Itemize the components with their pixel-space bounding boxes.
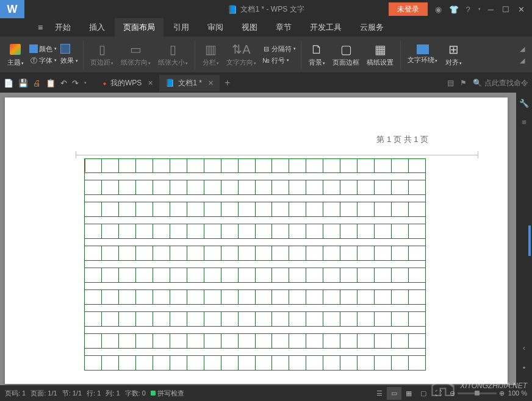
help-icon[interactable]: ? <box>464 4 473 15</box>
menu-page-layout[interactable]: 页面布局 <box>115 18 164 37</box>
tab-doc1[interactable]: 📘 文档1 * ✕ <box>159 75 220 91</box>
qat-undo[interactable]: ↶ <box>60 79 67 88</box>
menu-cloud[interactable]: 云服务 <box>351 18 392 37</box>
view-web[interactable]: ▦ <box>401 387 416 400</box>
grid-cell <box>375 224 392 238</box>
new-tab-button[interactable]: + <box>220 77 235 88</box>
skin-icon[interactable]: 👕 <box>447 4 461 15</box>
grid-cell <box>136 290 153 304</box>
tab-close-wps[interactable]: ✕ <box>148 79 153 87</box>
effect-button[interactable]: 效果▾ <box>60 56 78 65</box>
ribbon: 主题▾ 颜色▾ Ⓣ字体▾ 效果▾ ▯ 页边距▾ ▭ 纸张方向▾ ▯ 纸张大小▾ … <box>0 37 532 73</box>
sync-icon[interactable]: ◉ <box>433 4 444 15</box>
tab-my-wps[interactable]: ⬥ 我的WPS ✕ <box>96 75 159 91</box>
login-button[interactable]: 未登录 <box>389 2 428 16</box>
sp-up-icon[interactable]: ‹ <box>520 341 528 355</box>
help-dropdown[interactable]: ▾ <box>476 5 483 13</box>
view-outline[interactable]: ☰ <box>372 387 387 400</box>
grid-cell <box>340 180 358 194</box>
align-button[interactable]: ⊞ 对齐▾ <box>443 42 464 67</box>
menu-review[interactable]: 审阅 <box>199 18 232 37</box>
grid-cell <box>221 356 239 370</box>
tab-flag-icon[interactable]: ⚑ <box>460 79 467 87</box>
qat-redo[interactable]: ↷ <box>72 79 79 88</box>
menu-chapter[interactable]: 章节 <box>267 18 300 37</box>
content-area: 第 1 页 共 1 页 🔧 ≡ ‹ • › <box>0 93 532 385</box>
manuscript-grid <box>84 158 426 371</box>
manuscript-button[interactable]: ▦ 稿纸设置 <box>365 42 395 67</box>
grid-cell <box>323 334 340 348</box>
papersize-button[interactable]: ▯ 纸张大小▾ <box>156 42 190 67</box>
margin-button[interactable]: ▯ 页边距▾ <box>88 42 115 67</box>
grid-cell <box>323 290 340 304</box>
sp-dot-icon[interactable]: • <box>520 361 528 375</box>
menu-start[interactable]: 开始 <box>46 18 79 37</box>
textwrap-button[interactable]: 文字环绕▾ <box>406 44 439 65</box>
search-command[interactable]: 🔍 点此查找命令 <box>473 78 528 88</box>
menu-view[interactable]: 视图 <box>233 18 266 37</box>
effect-sq[interactable] <box>60 44 78 54</box>
font-button[interactable]: Ⓣ字体▾ <box>29 56 57 65</box>
app-logo[interactable]: W <box>0 0 24 18</box>
grid-cell <box>170 356 187 370</box>
tab-list-icon[interactable]: ▤ <box>447 79 454 87</box>
sb-chars[interactable]: 字数: 0 <box>125 389 146 398</box>
color-button[interactable]: 颜色▾ <box>29 44 57 54</box>
grid-row <box>84 202 426 217</box>
grid-cell <box>136 246 153 260</box>
separator-button[interactable]: ⊟分隔符▾ <box>262 44 296 54</box>
menu-devtools[interactable]: 开发工具 <box>301 18 350 37</box>
lineno-button[interactable]: №行号▾ <box>262 56 296 65</box>
grid-cell <box>187 159 204 172</box>
sp-wrench-icon[interactable]: 🔧 <box>517 96 531 110</box>
minimize-button[interactable]: ─ <box>488 5 494 14</box>
menu-reference[interactable]: 引用 <box>165 18 198 37</box>
sb-spell[interactable]: 拼写检查 <box>151 389 184 398</box>
sb-page-code[interactable]: 页码: 1 <box>5 389 26 398</box>
grid-cell <box>375 159 392 172</box>
close-button[interactable]: ✕ <box>518 5 525 14</box>
grid-cell <box>272 334 289 348</box>
qat-print[interactable]: 🖨 <box>33 79 41 88</box>
grid-cell <box>85 246 102 260</box>
view-page[interactable]: ▭ <box>387 387 401 400</box>
sb-row[interactable]: 行: 1 <box>87 389 101 398</box>
textdir-button[interactable]: ⇅A 文字方向▾ <box>225 42 258 67</box>
document-viewport[interactable]: 第 1 页 共 1 页 <box>0 93 516 385</box>
background-button[interactable]: 🗋 背景▾ <box>306 42 327 67</box>
grid-cell <box>392 159 409 172</box>
maximize-button[interactable]: ☐ <box>502 5 509 14</box>
grid-cell <box>272 290 289 304</box>
qat-save[interactable]: 💾 <box>18 79 28 88</box>
theme-group[interactable]: 主题▾ <box>5 42 26 67</box>
grid-cell <box>239 246 256 260</box>
grid-spacer <box>84 327 426 334</box>
sb-section[interactable]: 节: 1/1 <box>62 389 82 398</box>
ribbon-more-1[interactable]: ◢ <box>520 45 525 53</box>
sp-item-2[interactable]: ≡ <box>519 115 529 129</box>
qat-paste[interactable]: 📋 <box>46 79 56 88</box>
grid-cell <box>153 356 170 370</box>
columns-button[interactable]: ▥ 分栏▾ <box>200 42 221 67</box>
grid-cell <box>119 159 136 172</box>
ribbon-more-2[interactable]: ◢ <box>520 57 525 65</box>
sb-page-count[interactable]: 页面: 1/1 <box>31 389 57 398</box>
grid-spacer <box>84 173 426 180</box>
view-reading[interactable]: ▢ <box>416 387 431 400</box>
grid-cell <box>375 180 392 194</box>
qat-more[interactable]: ▾ <box>84 80 87 85</box>
qat-new[interactable]: 📄 <box>4 79 13 88</box>
tab-close-doc1[interactable]: ✕ <box>208 79 214 87</box>
grid-cell <box>289 202 306 216</box>
grid-cell <box>102 224 119 238</box>
grid-cell <box>170 290 187 304</box>
grid-spacer <box>84 217 426 224</box>
grid-cell <box>392 356 409 370</box>
orientation-button[interactable]: ▭ 纸张方向▾ <box>119 42 153 67</box>
hamburger-menu[interactable]: ≡ <box>35 20 45 35</box>
grid-cell <box>221 312 239 326</box>
grid-cell <box>221 268 239 282</box>
pageborder-button[interactable]: ▢ 页面边框 <box>331 42 361 67</box>
menu-insert[interactable]: 插入 <box>81 18 113 37</box>
sb-col[interactable]: 列: 1 <box>106 389 120 398</box>
